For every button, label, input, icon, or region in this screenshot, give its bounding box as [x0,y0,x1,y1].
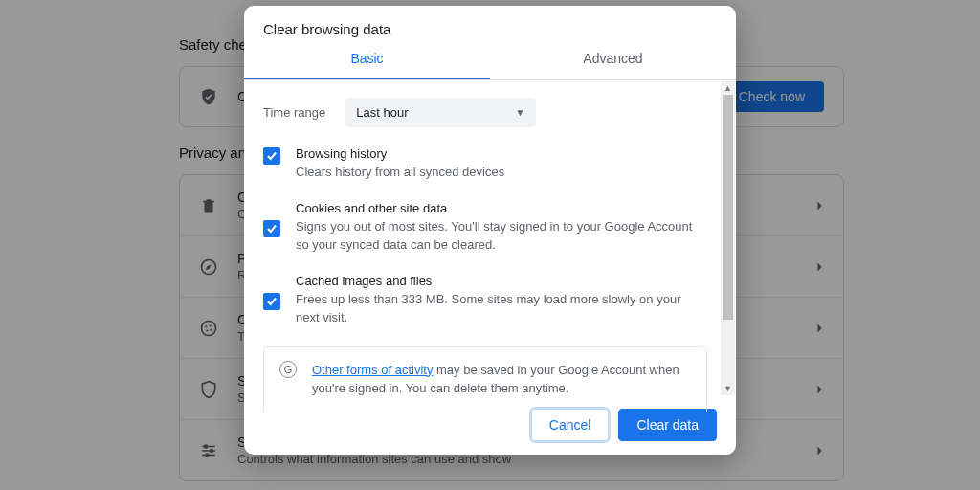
cancel-button[interactable]: Cancel [531,409,610,441]
dialog-title: Clear browsing data [244,6,736,51]
info-message: Other forms of activity may be saved in … [312,361,691,398]
dialog-tabs: Basic Advanced [244,51,736,79]
checkbox-cache[interactable] [263,293,280,310]
dialog-scrollbar[interactable]: ▲ ▼ [721,80,735,395]
time-range-value: Last hour [356,105,408,120]
scroll-thumb[interactable] [723,95,733,320]
option-description: Clears history from all synced devices [296,163,504,182]
checkbox-browsing-history[interactable] [263,147,280,165]
tab-basic[interactable]: Basic [244,51,490,79]
time-range-select[interactable]: Last hour ▼ [345,98,536,127]
option-description: Signs you out of most sites. You'll stay… [296,217,707,255]
option-title: Cached images and files [296,274,707,288]
modal-overlay: Clear browsing data Basic Advanced ▲ ▼ T… [0,0,980,490]
option-description: Frees up less than 333 MB. Some sites ma… [296,290,707,327]
time-range-label: Time range [263,105,325,120]
clear-data-button[interactable]: Clear data [618,409,717,441]
other-activity-link[interactable]: Other forms of activity [312,363,433,377]
clear-browsing-data-dialog: Clear browsing data Basic Advanced ▲ ▼ T… [244,6,736,455]
option-title: Cookies and other site data [296,201,707,215]
scroll-up-icon[interactable]: ▲ [721,80,735,95]
dropdown-arrow-icon: ▼ [515,107,524,118]
option-cache: Cached images and files Frees up less th… [263,274,707,327]
google-icon: G [279,361,297,378]
option-title: Browsing history [296,146,504,161]
checkbox-cookies[interactable] [263,220,280,237]
google-account-info: G Other forms of activity may be saved i… [263,346,707,412]
option-browsing-history: Browsing history Clears history from all… [263,146,707,182]
scroll-down-icon[interactable]: ▼ [721,381,735,395]
option-cookies: Cookies and other site data Signs you ou… [263,201,707,255]
dialog-body: ▲ ▼ Time range Last hour ▼ Browsing hist… [244,79,736,395]
tab-advanced[interactable]: Advanced [490,51,736,79]
